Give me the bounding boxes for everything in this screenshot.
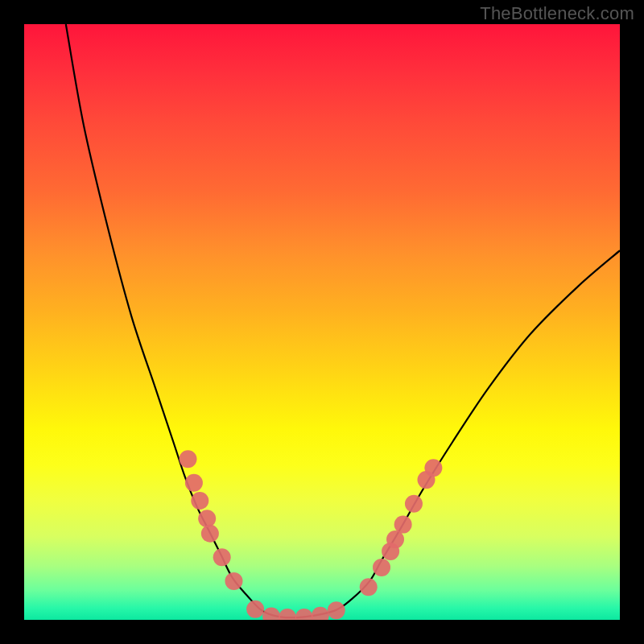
- data-point: [180, 450, 197, 468]
- data-point: [185, 474, 203, 492]
- data-point: [191, 492, 208, 510]
- data-point: [424, 459, 442, 477]
- chart-frame: TheBottleneck.com: [0, 0, 644, 644]
- data-point: [225, 572, 242, 590]
- data-point: [312, 607, 329, 620]
- data-point: [213, 548, 231, 566]
- data-point: [295, 609, 313, 620]
- data-point: [201, 525, 219, 543]
- data-point: [405, 495, 423, 513]
- data-point: [246, 601, 264, 618]
- data-point: [328, 601, 345, 619]
- data-point: [360, 578, 378, 596]
- watermark-text: TheBottleneck.com: [480, 3, 634, 24]
- curve-line: [66, 24, 620, 617]
- data-point-markers: [180, 450, 443, 620]
- data-point: [198, 510, 216, 527]
- data-point: [373, 559, 390, 576]
- data-point: [394, 516, 412, 534]
- data-point: [279, 609, 296, 620]
- data-point: [262, 608, 280, 620]
- chart-svg: [24, 24, 620, 620]
- plot-area: [24, 24, 620, 620]
- bottleneck-curve-path: [66, 24, 620, 617]
